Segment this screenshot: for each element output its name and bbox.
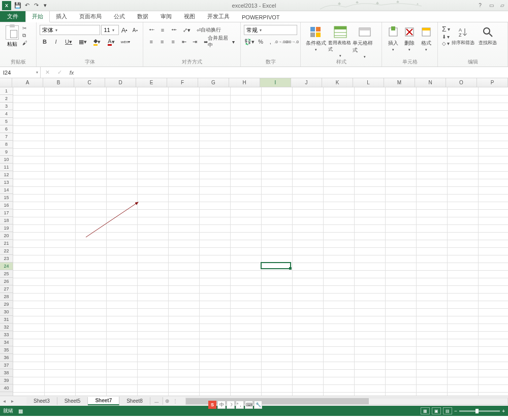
row-header-6[interactable]: 6	[0, 125, 13, 133]
border-button[interactable]: ▦▾	[76, 37, 89, 47]
row-header-19[interactable]: 19	[0, 224, 13, 232]
fill-color-button[interactable]: ◆▾	[90, 37, 104, 47]
col-header-G[interactable]: G	[198, 78, 229, 87]
row-header-35[interactable]: 35	[0, 346, 13, 354]
col-header-D[interactable]: D	[105, 78, 136, 87]
ime-keyboard-button[interactable]: ⌨	[245, 401, 253, 409]
cells-area[interactable]	[13, 87, 508, 396]
sheet-nav-next[interactable]: ▸	[8, 397, 16, 405]
align-center-button[interactable]: ≡	[157, 37, 168, 47]
col-header-A[interactable]: A	[12, 78, 43, 87]
sheet-tab-2[interactable]: Sheet7	[88, 397, 119, 405]
sheet-more[interactable]: ...	[150, 397, 163, 405]
tab-page-layout[interactable]: 页面布局	[73, 11, 108, 22]
view-page-break-button[interactable]: ▤	[443, 407, 452, 414]
row-header-2[interactable]: 2	[0, 95, 13, 103]
align-top-button[interactable]: ⬴	[146, 25, 156, 35]
col-header-I[interactable]: I	[260, 78, 291, 87]
cut-button[interactable]: ✂	[22, 25, 27, 31]
row-header-39[interactable]: 39	[0, 377, 13, 384]
tab-powerpivot[interactable]: POWERPIVOT	[236, 13, 286, 22]
tab-file[interactable]: 文件	[0, 11, 25, 22]
font-size-dropdown[interactable]: 11▾	[101, 25, 118, 35]
qat-save[interactable]: 💾	[13, 1, 22, 10]
row-header-21[interactable]: 21	[0, 240, 13, 247]
sheet-nav-prev[interactable]: ◂	[0, 397, 8, 405]
decrease-indent-button[interactable]: ⇤	[179, 37, 189, 47]
zoom-out-button[interactable]: −	[454, 408, 457, 414]
align-middle-button[interactable]: ≡	[157, 25, 168, 35]
ime-lang-button[interactable]: 中	[217, 401, 226, 409]
row-header-33[interactable]: 33	[0, 331, 13, 339]
increase-indent-button[interactable]: ⇥	[190, 37, 200, 47]
help-button[interactable]: ?	[474, 1, 486, 10]
row-header-12[interactable]: 12	[0, 171, 13, 179]
row-header-17[interactable]: 17	[0, 209, 13, 217]
wrap-text-button[interactable]: ⏎ 自动换行	[194, 25, 224, 35]
sheet-tab-1[interactable]: Sheet5	[57, 397, 88, 405]
format-painter-button[interactable]: 🖌	[22, 40, 27, 46]
orientation-button[interactable]: ⤢▾	[180, 25, 193, 35]
increase-font-button[interactable]: A▴	[120, 25, 130, 35]
row-header-8[interactable]: 8	[0, 141, 13, 148]
font-name-dropdown[interactable]: 宋体▾	[40, 25, 100, 35]
ribbon-options[interactable]: ▭	[486, 1, 497, 10]
tab-home[interactable]: 开始	[25, 11, 50, 22]
comma-button[interactable]: ,	[266, 37, 275, 47]
macro-recorder-icon[interactable]: ▦	[18, 408, 23, 414]
col-header-N[interactable]: N	[415, 78, 446, 87]
row-header-36[interactable]: 36	[0, 354, 13, 362]
row-header-7[interactable]: 7	[0, 133, 13, 141]
selected-cell[interactable]	[261, 262, 291, 269]
row-header-26[interactable]: 26	[0, 278, 13, 285]
col-header-F[interactable]: F	[167, 78, 198, 87]
ime-tool-button[interactable]: 🔧	[254, 401, 262, 409]
tab-insert[interactable]: 插入	[50, 11, 73, 22]
qat-customize[interactable]: ▾	[41, 1, 50, 10]
ime-toolbar[interactable]: S 中 ☽ °， ⌨ 🔧	[208, 400, 262, 410]
row-header-1[interactable]: 1	[0, 87, 13, 95]
increase-decimal-button[interactable]: .0→.00	[276, 37, 286, 47]
view-page-layout-button[interactable]: ▣	[432, 407, 441, 414]
row-header-29[interactable]: 29	[0, 301, 13, 308]
select-all-corner[interactable]	[0, 78, 12, 87]
fill-button[interactable]: ⬇▾	[442, 34, 450, 40]
col-header-J[interactable]: J	[291, 78, 322, 87]
tab-developer[interactable]: 开发工具	[201, 11, 236, 22]
tab-review[interactable]: 审阅	[154, 11, 178, 22]
col-header-P[interactable]: P	[477, 78, 508, 87]
row-header-32[interactable]: 32	[0, 324, 13, 331]
row-header-30[interactable]: 30	[0, 308, 13, 316]
pinyin-button[interactable]: wén▾	[119, 37, 132, 47]
align-bottom-button[interactable]: ⬵	[169, 25, 179, 35]
bold-button[interactable]: B	[40, 37, 50, 47]
ime-punct-button[interactable]: °，	[236, 401, 244, 409]
row-header-23[interactable]: 23	[0, 255, 13, 263]
italic-button[interactable]: I	[51, 37, 61, 47]
qat-redo[interactable]: ↷	[31, 1, 41, 10]
row-header-9[interactable]: 9	[0, 148, 13, 156]
row-header-28[interactable]: 28	[0, 293, 13, 301]
col-header-E[interactable]: E	[136, 78, 167, 87]
ime-moon-button[interactable]: ☽	[227, 401, 235, 409]
autosum-button[interactable]: Σ▾	[442, 25, 450, 33]
spreadsheet-grid[interactable]: ABCDEFGHIJKLMNOP 12345678910111213141516…	[0, 78, 508, 396]
row-header-34[interactable]: 34	[0, 339, 13, 346]
row-header-25[interactable]: 25	[0, 270, 13, 278]
zoom-in-button[interactable]: +	[502, 408, 505, 414]
row-header-24[interactable]: 24	[0, 263, 13, 270]
row-header-5[interactable]: 5	[0, 118, 13, 125]
row-header-20[interactable]: 20	[0, 232, 13, 240]
ime-sogou-icon[interactable]: S	[208, 401, 216, 409]
col-header-H[interactable]: H	[229, 78, 260, 87]
enter-formula-button[interactable]: ✓	[55, 68, 64, 77]
sheet-tab-0[interactable]: Sheet3	[26, 397, 57, 405]
percent-button[interactable]: %	[256, 37, 265, 47]
font-color-button[interactable]: A▾	[105, 37, 118, 47]
row-header-15[interactable]: 15	[0, 194, 13, 202]
col-header-O[interactable]: O	[446, 78, 477, 87]
tab-formulas[interactable]: 公式	[108, 11, 131, 22]
col-header-L[interactable]: L	[353, 78, 384, 87]
row-header-18[interactable]: 18	[0, 217, 13, 224]
view-normal-button[interactable]: ▦	[421, 407, 430, 414]
